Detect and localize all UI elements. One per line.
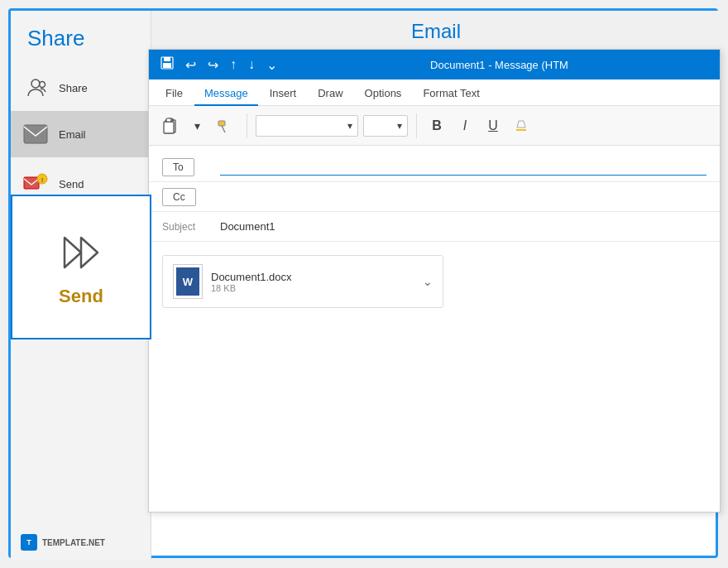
separator-1	[247, 113, 247, 138]
tab-file[interactable]: File	[156, 82, 193, 106]
template-logo: T	[21, 534, 37, 551]
undo-icon[interactable]: ↩	[182, 55, 199, 75]
svg-text:!: !	[41, 176, 44, 184]
title-bar-title: Document1 - Message (HTM	[287, 59, 711, 71]
svg-rect-2	[24, 125, 47, 143]
format-painter-btn[interactable]	[212, 114, 235, 137]
svg-rect-3	[24, 177, 39, 189]
cc-field[interactable]	[220, 189, 706, 205]
sidebar-item-send-label: Send	[59, 178, 84, 190]
size-dropdown-arrow: ▾	[397, 120, 402, 132]
up-icon[interactable]: ↑	[227, 55, 240, 74]
sidebar-item-email-label: Email	[59, 128, 86, 141]
bold-button[interactable]: B	[425, 114, 448, 137]
attachment-name: Document1.docx	[211, 271, 414, 283]
font-dropdown-arrow: ▾	[347, 120, 352, 132]
redo-icon[interactable]: ↪	[204, 55, 222, 75]
title-bar-actions: ↩ ↪ ↑ ↓ ⌄	[157, 55, 280, 75]
tab-draw[interactable]: Draw	[308, 82, 352, 106]
svg-marker-15	[65, 238, 81, 267]
word-icon: W	[176, 267, 199, 296]
svg-rect-26	[516, 129, 526, 131]
cc-row: Cc	[149, 182, 720, 212]
sidebar-item-share[interactable]: Share	[11, 65, 151, 111]
to-button[interactable]: To	[162, 158, 194, 176]
template-footer: T TEMPLATE.NET	[21, 534, 105, 551]
separator-2	[416, 113, 417, 138]
svg-point-0	[31, 79, 40, 88]
title-bar: ↩ ↪ ↑ ↓ ⌄ Document1 - Message (HTM	[149, 50, 720, 79]
clipboard-group: ▾	[156, 114, 238, 137]
more-icon[interactable]: ⌄	[263, 55, 280, 75]
sidebar-item-share-label: Share	[59, 82, 88, 94]
to-row: To	[149, 152, 720, 182]
clipboard-dropdown-btn[interactable]: ▾	[185, 114, 208, 137]
cc-label-container: Cc	[162, 188, 220, 206]
svg-marker-16	[81, 238, 98, 267]
tab-options[interactable]: Options	[355, 82, 412, 106]
subject-row: Subject Document1	[149, 212, 720, 242]
compose-area: To Cc Subject Document1	[149, 146, 720, 248]
template-brand-text: TEMPLATE.NET	[42, 538, 105, 547]
underline-button[interactable]: U	[481, 114, 505, 137]
svg-line-25	[222, 126, 225, 132]
send-panel[interactable]: Send	[11, 195, 151, 339]
svg-rect-18	[164, 57, 170, 61]
tab-insert[interactable]: Insert	[260, 82, 307, 106]
ribbon-tabs: File Message Insert Draw Options Format …	[149, 79, 720, 106]
send-arrow-icon	[56, 228, 106, 277]
svg-rect-19	[163, 63, 171, 68]
to-field[interactable]	[220, 159, 706, 176]
down-icon[interactable]: ↓	[245, 55, 258, 74]
email-title: Email	[411, 20, 461, 43]
sidebar-item-email[interactable]: Email	[11, 111, 151, 157]
attachment-info: Document1.docx 18 KB	[211, 271, 414, 293]
tab-message[interactable]: Message	[194, 82, 258, 106]
attachment-size: 18 KB	[211, 283, 414, 293]
attachment-file-icon: W	[173, 264, 203, 299]
subject-label: Subject	[162, 221, 220, 233]
highlight-button[interactable]	[510, 114, 533, 137]
send-label: Send	[59, 286, 103, 307]
svg-rect-22	[164, 122, 174, 133]
attachment-area: W Document1.docx 18 KB ⌄	[162, 255, 443, 308]
clipboard-btn[interactable]	[159, 114, 182, 137]
ribbon-toolbar: ▾ ▾ ▾ B	[149, 106, 720, 146]
italic-button[interactable]: I	[453, 114, 477, 137]
save-icon[interactable]	[157, 55, 177, 75]
share-title: Share	[11, 11, 151, 65]
svg-rect-24	[218, 121, 225, 126]
cc-button[interactable]: Cc	[162, 188, 196, 206]
svg-rect-23	[166, 118, 171, 122]
email-icon	[21, 119, 50, 149]
subject-value: Document1	[220, 220, 275, 233]
share-icon	[21, 73, 50, 103]
to-label-container: To	[162, 158, 220, 176]
outlook-window: ↩ ↪ ↑ ↓ ⌄ Document1 - Message (HTM File …	[148, 49, 721, 513]
font-dropdown[interactable]: ▾	[256, 115, 358, 137]
tab-format-text[interactable]: Format Text	[413, 82, 489, 106]
email-title-area: Email	[151, 11, 721, 52]
attachment-expand-btn[interactable]: ⌄	[423, 275, 433, 288]
size-dropdown[interactable]: ▾	[363, 115, 408, 137]
